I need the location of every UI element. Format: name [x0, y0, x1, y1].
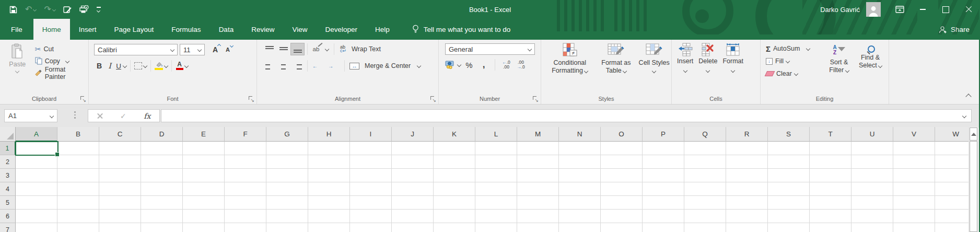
expand-formula-bar-icon[interactable]	[962, 113, 966, 118]
redo-dropdown-icon[interactable]	[52, 7, 56, 11]
column-header-V[interactable]: V	[893, 127, 935, 142]
cut-button[interactable]: ✂ Cut	[35, 43, 85, 55]
column-header-O[interactable]: O	[601, 127, 643, 142]
underline-dropdown-icon[interactable]	[123, 64, 127, 68]
print-preview-button[interactable]	[79, 5, 89, 14]
tell-me-box[interactable]: Tell me what you want to do	[412, 19, 511, 40]
format-painter-button[interactable]: Format Painter	[35, 67, 85, 79]
column-header-U[interactable]: U	[851, 127, 893, 142]
font-name-select[interactable]: Calibri	[94, 44, 178, 55]
row-header-6[interactable]: 6	[0, 210, 16, 223]
tab-insert[interactable]: Insert	[70, 19, 106, 40]
column-header-K[interactable]: K	[434, 127, 475, 142]
vertical-scrollbar[interactable]	[969, 127, 978, 232]
enter-icon[interactable]: ✓	[120, 112, 126, 120]
avatar[interactable]	[866, 2, 881, 17]
orientation-button[interactable]: ab	[310, 43, 331, 55]
column-header-F[interactable]: F	[225, 127, 266, 142]
increase-decimal-button[interactable]: ←.0.00	[500, 59, 512, 71]
scrollbar-thumb[interactable]	[970, 141, 977, 232]
wrap-text-button[interactable]: ab c↵ Wrap Text	[340, 43, 381, 55]
underline-button[interactable]: U	[115, 62, 122, 70]
column-header-A[interactable]: A	[16, 127, 57, 142]
tab-file[interactable]: File	[0, 19, 33, 40]
tab-data[interactable]: Data	[210, 19, 243, 40]
name-box[interactable]: A1	[4, 109, 57, 122]
row-header-7[interactable]: 7	[0, 223, 16, 232]
clear-button[interactable]: Clear	[766, 67, 822, 80]
column-header-G[interactable]: G	[266, 127, 308, 142]
tab-help[interactable]: Help	[366, 19, 399, 40]
fill-button[interactable]: ↓ Fill	[766, 55, 822, 67]
column-header-J[interactable]: J	[392, 127, 434, 142]
column-header-L[interactable]: L	[475, 127, 517, 142]
column-header-I[interactable]: I	[350, 127, 392, 142]
name-box-dropdown-icon[interactable]	[50, 113, 54, 118]
user-name[interactable]: Darko Gavrić	[820, 6, 860, 14]
autosum-button[interactable]: Σ AutoSum	[766, 42, 822, 55]
find-select-button[interactable]: Find & Select	[857, 42, 884, 80]
minimize-button[interactable]	[911, 0, 934, 19]
merge-center-dropdown-icon[interactable]	[417, 64, 421, 68]
tab-page-layout[interactable]: Page Layout	[106, 19, 163, 40]
bold-button[interactable]: B	[94, 62, 104, 70]
delete-cells-button[interactable]: Delete	[698, 43, 717, 72]
percent-style-button[interactable]: %	[463, 59, 475, 71]
collapse-ribbon-button[interactable]	[966, 92, 971, 100]
decrease-font-size-button[interactable]: A	[221, 43, 234, 56]
italic-button[interactable]: I	[106, 62, 114, 70]
fill-color-button[interactable]	[155, 60, 168, 72]
align-right-button[interactable]	[290, 60, 305, 72]
customize-qat-button[interactable]	[97, 7, 101, 12]
cancel-icon[interactable]	[97, 113, 103, 119]
document-edit-button[interactable]	[63, 6, 72, 14]
row-header-3[interactable]: 3	[0, 169, 16, 182]
format-as-table-button[interactable]: Format as Table	[597, 43, 636, 75]
align-center-button[interactable]	[276, 60, 290, 72]
tab-formulas[interactable]: Formulas	[162, 19, 209, 40]
format-cells-button[interactable]: Format	[722, 43, 743, 72]
tab-home[interactable]: Home	[33, 19, 70, 40]
formula-input[interactable]	[161, 109, 972, 122]
conditional-formatting-button[interactable]: ≠ Conditional Formatting	[545, 43, 594, 75]
column-header-D[interactable]: D	[141, 127, 183, 142]
sort-filter-button[interactable]: AZ Sort & Filter	[825, 42, 853, 80]
borders-button[interactable]	[134, 60, 147, 72]
column-header-Q[interactable]: Q	[684, 127, 726, 142]
column-header-S[interactable]: S	[768, 127, 810, 142]
redo-button[interactable]: ↷	[44, 5, 55, 14]
font-color-button[interactable]: A	[176, 60, 188, 72]
font-size-select[interactable]: 11	[180, 44, 205, 55]
ribbon-display-options-button[interactable]	[888, 0, 911, 19]
column-header-E[interactable]: E	[183, 127, 225, 142]
column-header-M[interactable]: M	[517, 127, 559, 142]
row-header-1[interactable]: 1	[0, 142, 16, 155]
cells-area[interactable]	[16, 142, 969, 232]
increase-font-size-button[interactable]: A	[209, 43, 221, 56]
scroll-up-icon[interactable]	[970, 127, 977, 141]
column-header-W[interactable]: W	[935, 127, 969, 142]
number-dialog-launcher-icon[interactable]	[532, 96, 539, 102]
row-header-4[interactable]: 4	[0, 182, 16, 196]
save-button[interactable]	[9, 6, 17, 14]
column-header-R[interactable]: R	[726, 127, 768, 142]
insert-cells-button[interactable]: Insert	[677, 43, 693, 72]
column-header-B[interactable]: B	[57, 127, 99, 142]
row-header-5[interactable]: 5	[0, 196, 16, 210]
tab-view[interactable]: View	[283, 19, 316, 40]
middle-align-button[interactable]	[276, 43, 290, 55]
select-all-button[interactable]	[0, 127, 16, 142]
column-header-C[interactable]: C	[99, 127, 141, 142]
comma-style-button[interactable]: ,	[477, 59, 490, 71]
undo-dropdown-icon[interactable]	[33, 7, 37, 11]
column-header-P[interactable]: P	[643, 127, 684, 142]
top-align-button[interactable]	[262, 43, 276, 55]
cell-styles-button[interactable]: Cell Styles	[638, 43, 670, 75]
column-header-T[interactable]: T	[810, 127, 851, 142]
row-header-2[interactable]: 2	[0, 155, 16, 169]
accounting-format-button[interactable]	[445, 59, 461, 71]
number-format-select[interactable]: General	[445, 43, 535, 55]
column-header-H[interactable]: H	[308, 127, 350, 142]
namebox-resize-handle[interactable]	[74, 111, 76, 119]
fill-handle[interactable]	[55, 152, 60, 157]
